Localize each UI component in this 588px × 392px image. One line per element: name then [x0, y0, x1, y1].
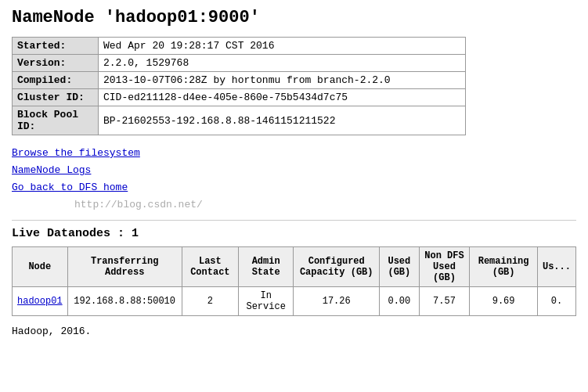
info-label: Cluster ID:	[13, 89, 99, 106]
page-title: NameNode 'hadoop01:9000'	[12, 8, 576, 27]
table-header: Node	[13, 247, 68, 287]
configured-capacity-cell: 17.26	[294, 287, 380, 316]
node-cell[interactable]: hadoop01	[13, 287, 68, 316]
table-header: Remaining (GB)	[470, 247, 538, 287]
live-datanodes-label: Live Datanodes : 1	[12, 227, 576, 240]
info-label: Block Pool ID:	[13, 106, 99, 135]
table-header: Us...	[537, 247, 575, 287]
info-row: Block Pool ID:BP-21602553-192.168.8.88-1…	[13, 106, 466, 135]
remaining-cell: 9.69	[470, 287, 538, 316]
info-row: Started:Wed Apr 20 19:28:17 CST 2016	[13, 38, 466, 55]
watermark: http://blog.csdn.net/	[74, 199, 203, 210]
info-row: Version:2.2.0, 1529768	[13, 55, 466, 72]
admin-state-cell: In Service	[238, 287, 293, 316]
info-table: Started:Wed Apr 20 19:28:17 CST 2016Vers…	[12, 37, 466, 135]
divider	[12, 220, 576, 221]
address-cell: 192.168.8.88:50010	[67, 287, 182, 316]
last-contact-cell: 2	[182, 287, 238, 316]
table-row: hadoop01192.168.8.88:500102In Service17.…	[13, 287, 576, 316]
nav-link[interactable]: NameNode Logs	[12, 162, 576, 179]
info-value: Wed Apr 20 19:28:17 CST 2016	[99, 38, 466, 55]
info-label: Version:	[13, 55, 99, 72]
table-header: Used (GB)	[380, 247, 420, 287]
info-value: 2.2.0, 1529768	[99, 55, 466, 72]
links-section: Browse the filesystemNameNode LogsGo bac…	[12, 145, 576, 214]
info-value: BP-21602553-192.168.8.88-1461151211522	[99, 106, 466, 135]
table-header: Last Contact	[182, 247, 238, 287]
info-row: Compiled:2013-10-07T06:28Z by hortonmu f…	[13, 72, 466, 89]
used-cell: 0.00	[380, 287, 420, 316]
nav-link[interactable]: Go back to DFS home	[12, 179, 576, 196]
info-label: Compiled:	[13, 72, 99, 89]
footer: Hadoop, 2016.	[12, 325, 576, 337]
info-row: Cluster ID:CID-ed211128-d4ee-405e-860e-7…	[13, 89, 466, 106]
us-cell: 0.	[537, 287, 575, 316]
info-value: CID-ed211128-d4ee-405e-860e-75b5434d7c75	[99, 89, 466, 106]
table-header: Transferring Address	[67, 247, 182, 287]
info-label: Started:	[13, 38, 99, 55]
datanodes-table: NodeTransferring AddressLast ContactAdmi…	[12, 246, 576, 316]
table-header: Admin State	[238, 247, 293, 287]
info-value: 2013-10-07T06:28Z by hortonmu from branc…	[99, 72, 466, 89]
table-header: Configured Capacity (GB)	[294, 247, 380, 287]
non-dfs-used-cell: 7.57	[419, 287, 470, 316]
nav-link[interactable]: Browse the filesystem	[12, 145, 576, 162]
table-header: Non DFS Used (GB)	[419, 247, 470, 287]
